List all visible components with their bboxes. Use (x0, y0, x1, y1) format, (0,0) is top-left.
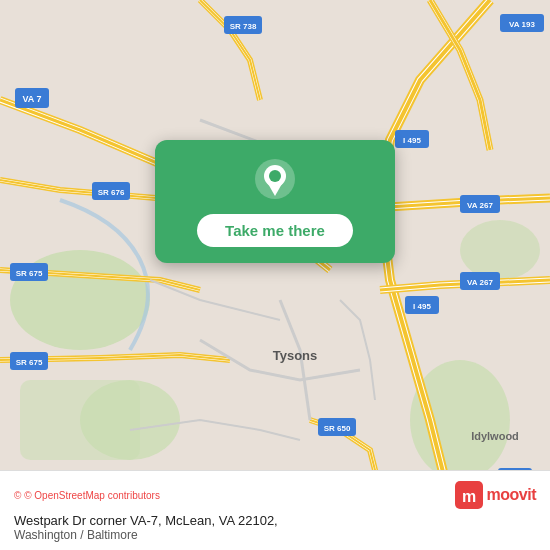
road-label-sr675-lower: SR 675 (16, 358, 43, 367)
take-me-there-button[interactable]: Take me there (197, 214, 353, 247)
road-label-va7: VA 7 (22, 94, 41, 104)
map-svg: VA 7 SR 738 VA 193 I 495 I 495 VA 267 VA… (0, 0, 550, 550)
svg-rect-5 (20, 380, 140, 460)
moovit-logo: m moovit (455, 481, 536, 509)
svg-text:m: m (461, 488, 475, 505)
road-label-va193: VA 193 (509, 20, 535, 29)
osm-credit: © © OpenStreetMap contributors (14, 490, 160, 501)
svg-point-4 (460, 220, 540, 280)
road-label-i495-upper: I 495 (403, 136, 421, 145)
road-label-i495-lower: I 495 (413, 302, 431, 311)
road-label-va267-upper: VA 267 (467, 201, 493, 210)
svg-point-21 (269, 170, 281, 182)
address-text: Westpark Dr corner VA-7, McLean, VA 2210… (14, 513, 536, 528)
city-text: Washington / Baltimore (14, 528, 536, 542)
road-label-va267-lower: VA 267 (467, 278, 493, 287)
moovit-brand-text: moovit (487, 486, 536, 504)
road-label-sr676: SR 676 (98, 188, 125, 197)
popup-card: Take me there (155, 140, 395, 263)
place-label-tysons: Tysons (273, 348, 318, 363)
place-label-idylwood: Idylwood (471, 430, 519, 442)
moovit-logo-icon: m (455, 481, 483, 509)
bottom-bar: © © OpenStreetMap contributors m moovit … (0, 470, 550, 550)
road-label-sr650: SR 650 (324, 424, 351, 433)
location-pin-icon (254, 158, 296, 200)
map-container: VA 7 SR 738 VA 193 I 495 I 495 VA 267 VA… (0, 0, 550, 550)
road-label-sr738: SR 738 (230, 22, 257, 31)
road-label-sr675-upper: SR 675 (16, 269, 43, 278)
